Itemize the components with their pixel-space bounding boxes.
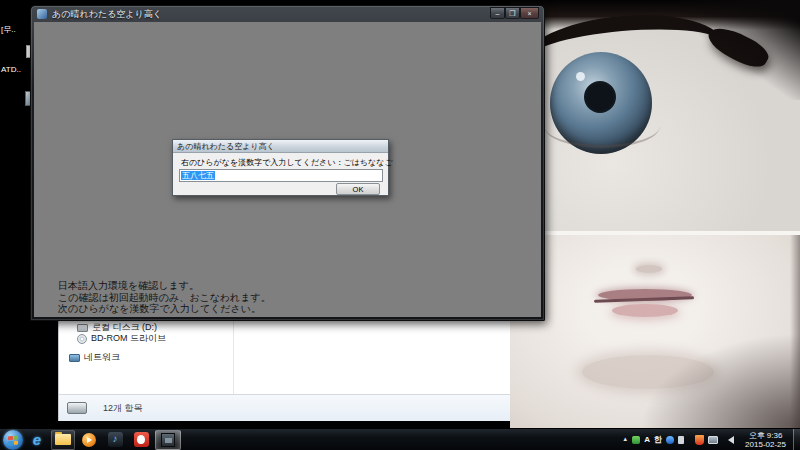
start-flag-cell <box>8 436 13 440</box>
desktop: [무.. ATD.. 로컬 디스크 (D:) BD-ROM 드라이브 네트워크 … <box>0 0 800 450</box>
wallpaper-lips-panel <box>510 235 800 428</box>
wallpaper-edge-shadow <box>790 235 800 428</box>
desktop-icon-label[interactable]: ATD.. <box>1 65 21 74</box>
wallpaper-lower-lid <box>544 104 660 148</box>
disc-icon <box>77 334 87 344</box>
input-check-dialog: あの晴れわたる空より高く 右のひらがなを漢数字で入力してください：ごはちななご … <box>172 139 389 196</box>
dialog-title[interactable]: あの晴れわたる空より高く <box>173 140 388 153</box>
desktop-wallpaper <box>510 0 800 428</box>
media-player-icon <box>82 433 96 447</box>
tray-green-app-icon[interactable] <box>632 436 640 444</box>
desktop-icon-label[interactable]: [무.. <box>1 24 16 35</box>
explorer-nav-pane: 로컬 디스크 (D:) BD-ROM 드라이브 네트워크 <box>59 318 233 394</box>
maximize-button[interactable]: ❒ <box>505 7 520 19</box>
ok-button[interactable]: OK <box>336 183 380 195</box>
instruction-line: 日本語入力環境を確認します。 <box>58 280 271 292</box>
wallpaper-eye-panel <box>510 0 800 232</box>
taskbar-media-player-button[interactable] <box>77 430 101 450</box>
item-count-text: 12개 항목 <box>103 402 143 415</box>
wallpaper-philtrum-shadow <box>636 265 662 273</box>
wallpaper-lower-lip <box>612 304 678 317</box>
tray-document-icon[interactable] <box>678 436 684 444</box>
wallpaper-eye-highlight <box>576 72 585 81</box>
taskbar: e ♪ ▲ A 한 오후 9:36 <box>0 428 800 450</box>
explorer-status-bar: 12개 항목 <box>59 394 510 421</box>
start-flag-cell <box>14 440 19 444</box>
clock-date: 2015-02-25 <box>745 440 786 449</box>
security-shield-icon[interactable] <box>695 435 704 445</box>
start-button[interactable] <box>3 430 23 450</box>
instruction-line: 次のひらがなを漢数字で入力してください。 <box>58 303 271 315</box>
game-window-titlebar[interactable]: あの晴れわたる空より高く – ❒ × <box>31 6 544 22</box>
folder-icon <box>55 434 71 445</box>
dialog-text-input[interactable]: 五八七五 <box>179 169 383 182</box>
show-hidden-icons-button[interactable]: ▲ <box>622 435 628 444</box>
close-button[interactable]: × <box>520 7 539 19</box>
internet-explorer-icon: e <box>33 432 41 447</box>
nav-item-bdrom-drive[interactable]: BD-ROM 드라이브 <box>77 332 166 345</box>
window-caption-buttons: – ❒ × <box>490 7 539 19</box>
minimize-button[interactable]: – <box>490 7 505 19</box>
taskbar-explorer-button[interactable] <box>51 430 75 450</box>
app-icon <box>37 9 47 19</box>
selected-input-text: 五八七五 <box>181 171 215 180</box>
taskbar-ie-button[interactable]: e <box>25 430 49 450</box>
windows-start-icon <box>8 435 18 445</box>
start-flag-cell <box>8 441 13 445</box>
network-status-icon[interactable] <box>708 436 718 444</box>
volume-icon[interactable] <box>724 436 734 444</box>
nav-item-label: BD-ROM 드라이브 <box>91 332 166 345</box>
wallpaper-corner-shadow <box>640 333 800 428</box>
wallpaper-corner-hair <box>680 0 800 100</box>
taskbar-clock[interactable]: 오후 9:36 2015-02-25 <box>745 431 786 449</box>
ime-english-icon[interactable]: A <box>644 435 650 444</box>
disk-icon <box>77 324 88 332</box>
taskbar-archiver-button[interactable] <box>129 430 153 450</box>
nav-item-label: 네트워크 <box>84 351 120 364</box>
nav-item-network[interactable]: 네트워크 <box>69 351 120 364</box>
taskbar-music-app-button[interactable]: ♪ <box>103 430 127 450</box>
start-flag-cell <box>14 435 19 439</box>
clock-time: 오후 9:36 <box>745 431 786 440</box>
network-icon <box>69 354 80 362</box>
music-note-icon: ♪ <box>108 432 123 447</box>
game-instruction-text: 日本語入力環境を確認します。 この確認は初回起動時のみ、おこなわれます。 次のひ… <box>58 280 271 315</box>
instruction-line: この確認は初回起動時のみ、おこなわれます。 <box>58 292 271 304</box>
archiver-app-icon <box>134 432 149 447</box>
game-app-icon <box>161 433 175 447</box>
dialog-message: 右のひらがなを漢数字で入力してください：ごはちななご <box>181 157 393 168</box>
taskbar-game-button-active[interactable] <box>155 430 181 450</box>
show-desktop-button[interactable] <box>793 429 800 450</box>
ime-korean-icon[interactable]: 한 <box>654 434 662 445</box>
explorer-pane-separator <box>233 318 234 394</box>
tray-blue-app-icon[interactable] <box>666 436 674 444</box>
system-tray: ▲ A 한 오후 9:36 2015-02-25 <box>620 429 800 450</box>
drive-icon <box>67 402 87 414</box>
explorer-window: 로컬 디스크 (D:) BD-ROM 드라이브 네트워크 12개 항목 <box>58 317 510 421</box>
game-window-title: あの晴れわたる空より高く <box>52 8 490 21</box>
